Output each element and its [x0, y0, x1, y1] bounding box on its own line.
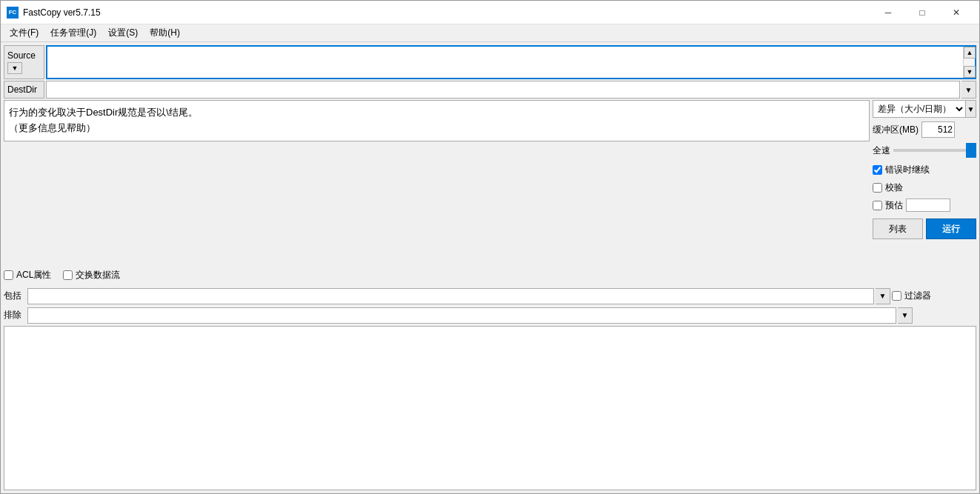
diff-dropdown-arrow[interactable]: ▼ — [966, 100, 976, 118]
exclude-label: 排除 — [4, 309, 26, 321]
exclude-input[interactable] — [27, 307, 896, 324]
filter-checkbox[interactable] — [892, 291, 901, 301]
destdir-label: DestDir — [4, 81, 44, 99]
list-button[interactable]: 列表 — [873, 218, 923, 239]
filter-section: 包括 ▼ 过滤器 排除 ▼ — [4, 287, 976, 324]
speed-label: 全速 — [873, 144, 890, 157]
source-input-wrapper: ▲ ▼ — [46, 45, 976, 79]
menu-help[interactable]: 帮助(H) — [144, 25, 186, 41]
include-row: 包括 ▼ 过滤器 — [4, 287, 976, 305]
source-input[interactable] — [47, 47, 963, 78]
info-panel: 行为的变化取决于DestDir规范是否以\结尾。 （更多信息见帮助） — [4, 100, 870, 264]
acl-label: ACL属性 — [16, 269, 51, 281]
estimate-input[interactable] — [906, 198, 950, 212]
options-panel: 差异（大小/日期） ▼ 缓冲区(MB) 全速 — [873, 100, 976, 264]
exclude-dropdown[interactable]: ▼ — [898, 307, 913, 324]
error-continue-label: 错误时继续 — [885, 164, 930, 176]
menu-bar: 文件(F) 任务管理(J) 设置(S) 帮助(H) — [1, 24, 979, 42]
menu-file[interactable]: 文件(F) — [4, 25, 44, 41]
verify-row: 校验 — [873, 180, 976, 195]
buffer-label: 缓冲区(MB) — [873, 124, 919, 136]
info-text-area: 行为的变化取决于DestDir规范是否以\结尾。 （更多信息见帮助） — [4, 100, 870, 141]
window-controls: ─ □ ✕ — [871, 1, 973, 24]
middle-section: 行为的变化取决于DestDir规范是否以\结尾。 （更多信息见帮助） 差异（大小… — [4, 100, 976, 264]
diff-dropdown-row: 差异（大小/日期） ▼ — [873, 100, 976, 118]
error-continue-row: 错误时继续 — [873, 162, 976, 177]
destdir-input[interactable] — [46, 81, 960, 99]
main-window: FC FastCopy ver5.7.15 ─ □ ✕ 文件(F) 任务管理(J… — [0, 0, 980, 494]
menu-settings[interactable]: 设置(S) — [102, 25, 144, 41]
estimate-checkbox[interactable] — [873, 201, 882, 210]
run-button[interactable]: 运行 — [926, 218, 976, 239]
acl-row: ACL属性 — [4, 269, 51, 281]
source-scroll-down[interactable]: ▼ — [964, 66, 976, 78]
minimize-button[interactable]: ─ — [871, 1, 905, 24]
source-dropdown-button[interactable]: ▼ — [7, 62, 22, 74]
error-continue-checkbox[interactable] — [873, 165, 882, 175]
speed-indicator — [966, 143, 976, 158]
close-button[interactable]: ✕ — [939, 1, 973, 24]
source-scroll-up[interactable]: ▲ — [964, 47, 976, 59]
speed-slider-track[interactable] — [893, 149, 976, 152]
filter-right-include: 过滤器 — [892, 290, 931, 302]
buffer-input[interactable] — [921, 121, 955, 138]
include-label: 包括 — [4, 290, 26, 302]
speed-row: 全速 — [873, 141, 976, 159]
destdir-row: DestDir ▼ — [4, 81, 976, 99]
source-label: Source — [7, 50, 36, 61]
diff-select[interactable]: 差异（大小/日期） — [873, 100, 966, 118]
source-row: Source ▼ ▲ ▼ — [4, 45, 976, 79]
speed-slider-wrapper — [893, 142, 976, 158]
button-row: 列表 运行 — [873, 218, 976, 239]
filter-checkbox-label: 过滤器 — [904, 290, 931, 302]
stream-row: 交换数据流 — [63, 269, 120, 281]
title-bar: FC FastCopy ver5.7.15 ─ □ ✕ — [1, 1, 979, 24]
window-title: FastCopy ver5.7.15 — [23, 7, 871, 18]
main-content: Source ▼ ▲ ▼ DestDir ▼ — [1, 42, 979, 493]
info-line1: 行为的变化取决于DestDir规范是否以\结尾。 — [9, 105, 864, 121]
destdir-dropdown-button[interactable]: ▼ — [961, 81, 976, 99]
source-scroll-track — [964, 59, 975, 66]
stream-checkbox[interactable] — [63, 270, 73, 280]
source-label-container: Source ▼ — [4, 45, 44, 79]
acl-checkbox[interactable] — [4, 270, 13, 280]
estimate-label: 预估 — [885, 199, 903, 212]
stream-label: 交换数据流 — [76, 269, 120, 281]
buffer-row: 缓冲区(MB) — [873, 121, 976, 138]
app-icon: FC — [7, 7, 19, 19]
verify-checkbox[interactable] — [873, 183, 882, 193]
log-area — [4, 326, 976, 491]
verify-label: 校验 — [885, 181, 903, 194]
source-scrollbar: ▲ ▼ — [963, 47, 975, 78]
estimate-row: 预估 — [873, 198, 976, 213]
bottom-checkboxes-row: ACL属性 交换数据流 — [4, 265, 976, 286]
maximize-button[interactable]: □ — [905, 1, 939, 24]
include-input[interactable] — [27, 288, 874, 304]
exclude-row: 排除 ▼ — [4, 307, 976, 324]
menu-task[interactable]: 任务管理(J) — [44, 25, 102, 41]
include-dropdown[interactable]: ▼ — [876, 288, 890, 304]
info-line2: （更多信息见帮助） — [9, 121, 864, 136]
